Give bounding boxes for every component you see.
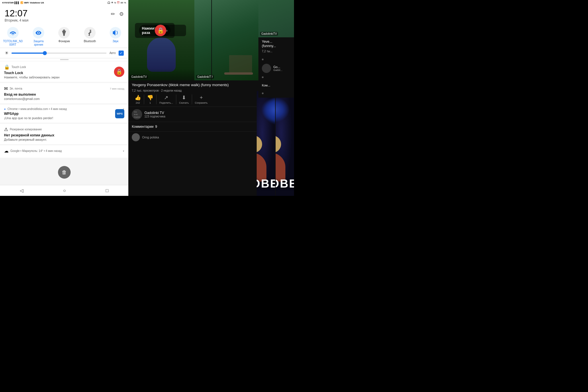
head-right bbox=[275, 136, 281, 153]
qs-flashlight[interactable]: Фонарик bbox=[53, 27, 76, 43]
network-bars-icon: ▌▌▌ bbox=[15, 1, 20, 4]
notif-touchlock-header: 🔒 Touch Lock bbox=[4, 64, 124, 70]
channel-badge-left: GadolinkiTV bbox=[130, 75, 148, 79]
warning-app-icon: ⚠ bbox=[4, 127, 8, 132]
person-suit-left bbox=[257, 136, 269, 181]
lock-icon: 🔒 bbox=[155, 25, 166, 36]
share-button[interactable]: ↗ Поделить... bbox=[156, 94, 176, 104]
download-icon: ⬇ bbox=[182, 94, 186, 101]
lock-app-icon: 🔒 bbox=[4, 64, 10, 70]
bluetooth-qs-label: Bluetooth bbox=[84, 40, 96, 43]
like-count: 242 bbox=[136, 101, 140, 104]
qs-wifi[interactable]: TOTOLINK_N300RT bbox=[1, 27, 24, 47]
right-channel-name: Go... bbox=[273, 65, 283, 69]
eye-status-icon: 👁 bbox=[111, 1, 113, 4]
view-count: 7,2 тыс. просмотров bbox=[132, 89, 159, 92]
channel-name: Gadolinki TV bbox=[144, 111, 253, 115]
channel-avatar[interactable]: GolinkiGadol bbox=[132, 109, 142, 119]
brightness-auto-checkbox[interactable]: ✓ bbox=[119, 51, 124, 56]
commenter-avatar bbox=[132, 133, 140, 141]
flashlight-qs-label: Фонарик bbox=[59, 40, 70, 43]
scroll-bar bbox=[60, 59, 69, 60]
google-app-name: Google • Мариуполь: 14° • 4 мин назад bbox=[10, 149, 62, 152]
brightness-fill bbox=[11, 53, 45, 54]
alarm-icon: ⏰ bbox=[117, 1, 120, 4]
edit-icon[interactable]: ✏ bbox=[111, 11, 115, 17]
right-comments-row: Ком... ⇅ bbox=[258, 82, 294, 89]
wifi-status-icon: WiFi bbox=[24, 1, 29, 4]
save-icon: + bbox=[200, 95, 203, 101]
notif-email[interactable]: ✉ Эл. почта 7 мин назад Вход не выполнен… bbox=[0, 83, 128, 103]
urovyen-panel: УРОВЕНЬ УРОВЕНЬ bbox=[257, 91, 294, 196]
settings-icon[interactable]: ⚙ bbox=[119, 11, 124, 17]
status-bar-right: 🎧 👁 N ⏰ 86 % bbox=[107, 1, 126, 4]
right-comments-label: Ком... bbox=[262, 84, 270, 87]
right-channel-avatar bbox=[262, 64, 271, 73]
comments-count: 9 bbox=[155, 125, 157, 129]
dot-4 bbox=[262, 76, 264, 78]
right-video-thumb[interactable]: 🔒 GadolinkiTV bbox=[258, 0, 294, 37]
comments-label: Комментарии bbox=[132, 125, 154, 129]
notif-google[interactable]: ☁ Google • Мариуполь: 14° • 4 мин назад … bbox=[0, 145, 128, 158]
right-video-info: Yeve... (funnny... ⌄ 7,2 ты... bbox=[258, 37, 294, 55]
download-label: Скачать bbox=[179, 101, 189, 104]
notif-google-header: ☁ Google • Мариуполь: 14° • 4 мин назад … bbox=[4, 148, 124, 154]
scroll-indicator bbox=[0, 58, 128, 61]
qs-eyeprotect[interactable]: Защитазрения bbox=[27, 27, 50, 47]
video-thumb-left[interactable]: Нажмите 2 раза » 🔒 GadolinkiTV bbox=[128, 0, 194, 80]
brain-shape-right bbox=[275, 97, 290, 123]
right-panel: 🔒 GadolinkiTV Yeve... (funnny... ⌄ 7,2 т… bbox=[258, 0, 294, 98]
right-channel-row: Go... Gadol... ПОДПИСАТЬСЯ bbox=[258, 64, 294, 73]
avatar-initial: GolinkiGadol bbox=[134, 111, 140, 118]
right-channel-info: Go... Gadol... bbox=[273, 65, 283, 72]
google-expand-arrow: ▾ bbox=[123, 150, 124, 152]
touchlock-app-name: Touch Lock bbox=[11, 65, 26, 69]
person-figure-left bbox=[147, 37, 176, 72]
nfc-icon: N bbox=[114, 1, 116, 4]
battery-icon: % bbox=[124, 1, 126, 4]
like-button[interactable]: 👍 242 bbox=[132, 94, 144, 104]
delete-notifications-button[interactable]: 🗑 bbox=[58, 166, 71, 179]
right-video-title: Yeve... (funnny... bbox=[262, 40, 276, 49]
email-app-icon: ✉ bbox=[4, 86, 8, 91]
qs-sound[interactable]: Звук bbox=[104, 27, 127, 43]
video-overlay-btn[interactable]: Нажмите 2 раза » 🔒 bbox=[135, 23, 175, 38]
nav-bar: ◁ ○ □ bbox=[0, 185, 128, 196]
email-app-name: Эл. почта bbox=[9, 87, 22, 90]
home-button[interactable]: ○ bbox=[63, 188, 66, 193]
dislike-button[interactable]: 👎 1 bbox=[144, 94, 156, 104]
lock-circle-btn[interactable]: 🔒 bbox=[155, 25, 186, 36]
notif-backup[interactable]: ⚠ Резервное копирование Нет резервной ко… bbox=[0, 124, 128, 144]
urovyen-left: УРОВЕНЬ bbox=[257, 91, 275, 196]
sound-qs-label: Звук bbox=[113, 40, 119, 43]
download-button[interactable]: ⬇ Скачать bbox=[176, 94, 192, 104]
recent-button[interactable]: □ bbox=[106, 188, 109, 193]
flashlight-qs-icon bbox=[58, 27, 70, 38]
save-button[interactable]: + Сохранить bbox=[192, 95, 211, 104]
bridge-element bbox=[224, 72, 253, 75]
dislike-count: 1 bbox=[149, 101, 151, 104]
brightness-slider[interactable] bbox=[11, 53, 107, 54]
notif-touchlock[interactable]: 🔒 Touch Lock Touch Lock Нажмите, чтобы з… bbox=[0, 61, 128, 82]
notification-panel: 12:07 Вторник, 4 мая ✏ ⚙ TOTOLINK_N300RT… bbox=[0, 5, 128, 196]
sound-qs-icon bbox=[110, 27, 121, 38]
notif-email-header: ✉ Эл. почта 7 мин назад bbox=[4, 86, 124, 91]
urovyen-text-right: УРОВЕНЬ bbox=[275, 177, 294, 190]
notif-chrome[interactable]: ● Chrome • www.androidlista.com • 4 мин … bbox=[0, 105, 128, 123]
channel-info: Gadolinki TV 123 подписчика bbox=[144, 111, 253, 118]
status-bar: KYIVSTAR ▌▌▌ 📶 WiFi Vodafone UA 🎧 👁 N ⏰ … bbox=[0, 0, 128, 5]
email-time: 7 мин назад bbox=[110, 87, 124, 90]
eyeprotect-qs-label: Защитазрения bbox=[33, 40, 43, 47]
dot-7 bbox=[262, 92, 264, 94]
back-button[interactable]: ◁ bbox=[20, 188, 23, 193]
right-channel-badge: GadolinkiTV bbox=[260, 32, 278, 36]
qs-bluetooth[interactable]: Bluetooth bbox=[78, 27, 101, 43]
person-suit-right bbox=[275, 136, 288, 181]
notif-chrome-header: ● Chrome • www.androidlista.com • 4 мин … bbox=[4, 107, 124, 111]
forest-overlay bbox=[128, 0, 194, 80]
touchlock-red-icon: 🔒 bbox=[114, 67, 124, 77]
dots-grid-1 bbox=[258, 55, 294, 64]
svg-rect-3 bbox=[63, 35, 65, 36]
wpsapp-body: ¡Una app que no te puedes perder! bbox=[4, 116, 124, 120]
battery-text: 86 bbox=[121, 1, 123, 4]
